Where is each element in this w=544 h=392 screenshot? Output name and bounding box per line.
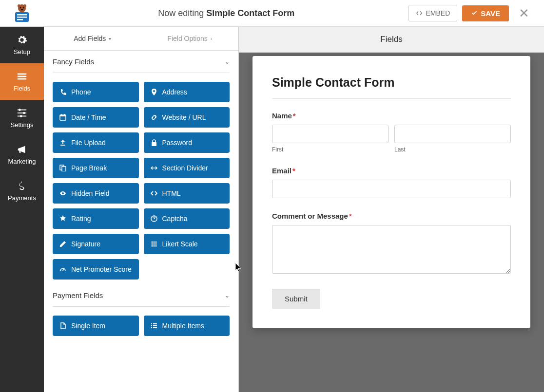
eye-icon — [59, 190, 66, 197]
field-button-signature[interactable]: Signature — [53, 234, 139, 254]
svg-point-36 — [62, 270, 63, 271]
svg-rect-40 — [153, 325, 157, 326]
sidebar-item-setup[interactable]: Setup — [0, 27, 44, 63]
svg-point-18 — [20, 115, 22, 117]
check-icon — [471, 10, 478, 17]
sidebar-item-payments[interactable]: Payments — [0, 173, 44, 209]
panel-scroll[interactable]: Fancy Fields ⌄ PhoneAddressDate / TimeWe… — [44, 51, 238, 392]
svg-rect-11 — [18, 76, 26, 77]
field-button-date-time[interactable]: Date / Time — [53, 107, 139, 128]
save-button[interactable]: SAVE — [462, 5, 509, 21]
sidebar-item-label: Settings — [11, 121, 34, 129]
field-button-label: Date / Time — [71, 113, 106, 121]
pencil-icon — [59, 241, 66, 247]
field-button-label: Net Promoter Score — [71, 265, 132, 273]
sidebar-item-fields[interactable]: Fields — [0, 63, 44, 100]
field-button-single-item[interactable]: Single Item — [53, 316, 139, 336]
field-button-multiple-items[interactable]: Multiple Items — [144, 316, 230, 336]
group-header-payment[interactable]: Payment Fields ⌄ — [53, 284, 230, 307]
form-field-message[interactable]: Comment or Message* — [272, 212, 511, 275]
svg-point-33 — [151, 245, 153, 247]
field-button-label: Signature — [71, 240, 100, 248]
svg-point-30 — [151, 243, 153, 245]
tab-add-fields[interactable]: Add Fields ▾ — [44, 27, 141, 50]
sidebar-item-label: Marketing — [8, 158, 36, 165]
group-title: Fancy Fields — [53, 57, 94, 66]
field-grid-fancy: PhoneAddressDate / TimeWebsite / URLFile… — [53, 73, 230, 284]
email-input[interactable] — [272, 180, 511, 198]
field-button-address[interactable]: Address — [144, 82, 230, 102]
bullhorn-icon — [17, 144, 27, 155]
svg-rect-7 — [17, 14, 27, 16]
field-button-label: Captcha — [162, 215, 188, 223]
pages-icon — [59, 165, 66, 171]
submit-button-label: Submit — [285, 295, 308, 303]
field-button-likert-scale[interactable]: Likert Scale — [144, 234, 230, 254]
sliders-icon — [17, 108, 27, 118]
field-button-password[interactable]: Password — [144, 132, 230, 153]
svg-rect-10 — [18, 74, 26, 75]
field-button-file-upload[interactable]: File Upload — [53, 132, 139, 153]
svg-rect-9 — [17, 19, 23, 20]
tab-label: Add Fields — [74, 35, 106, 42]
svg-rect-37 — [151, 323, 152, 324]
submit-button[interactable]: Submit — [272, 289, 320, 309]
svg-rect-38 — [153, 323, 157, 324]
sidebar-item-marketing[interactable]: Marketing — [0, 136, 44, 173]
preview-header: Fields — [239, 27, 544, 53]
tab-label: Field Options — [167, 35, 207, 42]
embed-button[interactable]: EMBED — [408, 5, 457, 21]
svg-point-29 — [155, 242, 156, 243]
sidebar-item-label: Setup — [14, 48, 30, 56]
svg-point-27 — [151, 242, 153, 243]
field-button-captcha[interactable]: Captcha — [144, 208, 230, 229]
svg-rect-39 — [151, 325, 152, 326]
close-button[interactable]: ✕ — [514, 6, 534, 21]
last-name-input[interactable] — [394, 125, 511, 143]
main-area: Setup Fields Settings Marketing Payments… — [0, 27, 544, 392]
svg-rect-23 — [152, 142, 156, 146]
field-button-label: Password — [162, 139, 192, 147]
svg-point-1 — [18, 4, 20, 7]
gear-icon — [17, 35, 27, 45]
field-button-html[interactable]: HTML — [144, 183, 230, 204]
svg-point-5 — [21, 9, 23, 10]
field-button-page-break[interactable]: Page Break — [53, 158, 139, 178]
list-icon — [151, 322, 157, 329]
top-bar: Now editing Simple Contact Form EMBED SA… — [0, 0, 544, 27]
dollar-icon — [17, 181, 27, 191]
panel-tabs: Add Fields ▾ Field Options › — [44, 27, 238, 51]
svg-point-35 — [155, 245, 156, 247]
field-button-rating[interactable]: Rating — [53, 208, 139, 229]
chevron-down-icon: ⌄ — [225, 292, 230, 299]
field-button-phone[interactable]: Phone — [53, 82, 139, 102]
form-icon — [17, 71, 27, 82]
svg-rect-20 — [60, 115, 66, 116]
form-field-name[interactable]: Name* First Last — [272, 112, 511, 153]
field-panel: Add Fields ▾ Field Options › Fancy Field… — [44, 27, 239, 392]
field-button-label: Single Item — [71, 322, 105, 330]
tab-field-options[interactable]: Field Options › — [141, 27, 239, 50]
svg-rect-25 — [62, 167, 66, 171]
preview-area: Fields Simple Contact Form Name* First L… — [239, 27, 544, 392]
field-button-website-url[interactable]: Website / URL — [144, 107, 230, 128]
field-button-label: Page Break — [71, 164, 107, 172]
field-button-hidden-field[interactable]: Hidden Field — [53, 183, 139, 204]
field-button-label: Address — [162, 88, 187, 96]
message-textarea[interactable] — [272, 225, 511, 274]
preview-header-label: Fields — [380, 35, 402, 44]
group-header-fancy[interactable]: Fancy Fields ⌄ — [53, 51, 230, 73]
lock-icon — [151, 139, 157, 146]
form-field-email[interactable]: Email* — [272, 167, 511, 198]
first-name-input[interactable] — [272, 125, 389, 143]
svg-rect-42 — [153, 327, 157, 328]
code-icon — [416, 10, 423, 17]
sidebar-item-label: Payments — [8, 194, 36, 202]
field-button-label: File Upload — [71, 139, 106, 147]
phone-icon — [59, 89, 66, 95]
field-button-section-divider[interactable]: Section Divider — [144, 158, 230, 178]
svg-point-32 — [155, 243, 156, 245]
sidebar-item-label: Fields — [14, 85, 31, 92]
field-button-net-promoter-score[interactable]: Net Promoter Score — [53, 259, 139, 280]
sidebar-item-settings[interactable]: Settings — [0, 100, 44, 136]
